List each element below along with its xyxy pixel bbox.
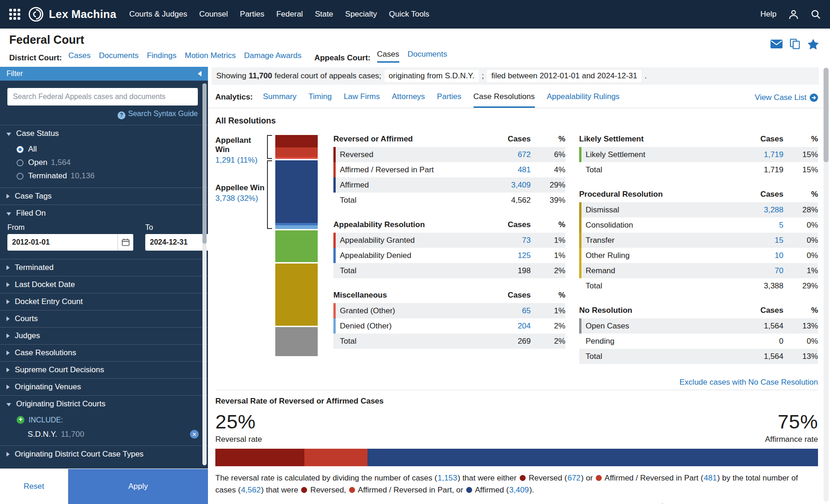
row-cases-link[interactable]: 481 bbox=[487, 165, 531, 175]
row-cases-link[interactable]: 15 bbox=[740, 236, 783, 245]
sidebar-section-case-resolutions[interactable]: Case Resolutions bbox=[0, 344, 208, 361]
analytics-tab-appealability-rulings[interactable]: Appealability Rulings bbox=[547, 92, 620, 108]
row-cases-link[interactable]: 204 bbox=[487, 322, 531, 331]
case-status-option-open[interactable]: Open1,564 bbox=[17, 156, 208, 170]
bar-segment-affirmed[interactable] bbox=[275, 160, 318, 223]
search-syntax-guide-link[interactable]: ?Search Syntax Guide bbox=[118, 110, 198, 117]
bar-segment-procedural-resolution[interactable] bbox=[275, 264, 318, 326]
row-cases-link[interactable]: 70 bbox=[740, 266, 783, 275]
analytics-tab-timing[interactable]: Timing bbox=[308, 92, 332, 108]
explanation-count-link[interactable]: 1,153 bbox=[438, 474, 457, 482]
explanation-count-link[interactable]: 4,562 bbox=[241, 486, 261, 494]
sidebar-section-terminated[interactable]: Terminated bbox=[0, 259, 208, 276]
chevron-right-icon bbox=[6, 368, 10, 372]
row-cases-link[interactable]: 3,288 bbox=[740, 205, 783, 215]
from-date-input[interactable] bbox=[7, 238, 118, 246]
lex-machina-logo-icon[interactable] bbox=[28, 6, 44, 23]
nav-item-federal[interactable]: Federal bbox=[276, 10, 303, 19]
row-cases-link[interactable]: 10 bbox=[740, 251, 783, 260]
sidebar-section-judges[interactable]: Judges bbox=[0, 327, 208, 344]
sidebar-section-filed-on[interactable]: Filed On bbox=[0, 205, 208, 222]
bar-segment-affirmed-reversed-in-part[interactable] bbox=[275, 147, 318, 156]
reset-button[interactable]: Reset bbox=[0, 469, 68, 504]
district-link-motion-metrics[interactable]: Motion Metrics bbox=[185, 51, 236, 63]
sidebar-scrollbar[interactable] bbox=[202, 83, 207, 465]
filter-chip-filed[interactable]: filed between 2012-01-01 and 2024-12-31 bbox=[487, 70, 641, 82]
row-cases-link[interactable]: 1,719 bbox=[740, 150, 783, 159]
remove-filter-icon[interactable]: ✕ bbox=[190, 430, 199, 439]
analytics-tab-law-firms[interactable]: Law Firms bbox=[344, 92, 379, 108]
appeals-link-cases[interactable]: Cases bbox=[377, 50, 399, 63]
table-header: No ResolutionCases% bbox=[579, 304, 818, 318]
appellee-win-value-link[interactable]: 3,738 (32%) bbox=[215, 194, 266, 203]
sidebar-section-originating-venues[interactable]: Originating Venues bbox=[0, 378, 208, 395]
row-cases-link[interactable]: 5 bbox=[740, 221, 783, 230]
user-icon[interactable] bbox=[788, 9, 799, 19]
explanation-count-link[interactable]: 481 bbox=[704, 474, 717, 482]
case-status-option-terminated[interactable]: Terminated10,136 bbox=[17, 170, 208, 183]
district-link-cases[interactable]: Cases bbox=[68, 51, 90, 63]
radio-icon-all[interactable] bbox=[17, 146, 24, 153]
appeals-link-documents[interactable]: Documents bbox=[408, 50, 447, 63]
analytics-tab-summary[interactable]: Summary bbox=[263, 92, 296, 108]
apply-button[interactable]: Apply bbox=[68, 469, 208, 504]
analytics-tab-case-resolutions[interactable]: Case Resolutions bbox=[474, 92, 535, 108]
district-link-documents[interactable]: Documents bbox=[99, 51, 138, 63]
reversal-bar-segment-affirmed[interactable] bbox=[368, 449, 818, 466]
sidebar-section-courts[interactable]: Courts bbox=[0, 310, 208, 327]
include-plus-icon[interactable]: + bbox=[17, 416, 24, 424]
calendar-icon[interactable] bbox=[118, 234, 133, 251]
reversal-bar-segment-affirmed-reversed-in-part[interactable] bbox=[304, 449, 368, 466]
filter-search-input[interactable] bbox=[7, 88, 198, 105]
reversal-bar-segment-reversed[interactable] bbox=[215, 449, 304, 466]
radio-icon-open[interactable] bbox=[17, 159, 24, 166]
analytics-tab-parties[interactable]: Parties bbox=[437, 92, 462, 108]
col-header-cases: Cases bbox=[740, 306, 783, 315]
row-cases-link[interactable]: 65 bbox=[487, 306, 531, 316]
collapse-sidebar-icon[interactable] bbox=[198, 71, 202, 76]
explanation-count-link[interactable]: 3,409 bbox=[509, 486, 529, 494]
from-label: From bbox=[7, 223, 133, 232]
sidebar-scrollbar-thumb[interactable] bbox=[202, 83, 207, 244]
sidebar-section-case-status[interactable]: Case Status bbox=[0, 125, 208, 142]
row-cases-link[interactable]: 3,409 bbox=[487, 181, 531, 190]
district-link-findings[interactable]: Findings bbox=[147, 51, 176, 63]
sidebar-section-originating-district-court-case-types[interactable]: Originating District Court Case Types bbox=[0, 445, 208, 463]
help-link[interactable]: Help bbox=[760, 10, 777, 19]
sidebar-section-last-docket-date[interactable]: Last Docket Date bbox=[0, 276, 208, 293]
sidebar-section-supreme-court-decisions[interactable]: Supreme Court Decisions bbox=[0, 361, 208, 378]
row-cases-link[interactable]: 125 bbox=[487, 251, 531, 260]
star-icon[interactable] bbox=[807, 39, 819, 49]
radio-icon-terminated[interactable] bbox=[17, 173, 24, 180]
email-icon[interactable] bbox=[771, 40, 783, 48]
exclude-no-resolution-link[interactable]: Exclude cases with No Case Resolution bbox=[680, 378, 818, 387]
bar-segment-likely-settlement[interactable] bbox=[275, 230, 318, 262]
district-link-damage-awards[interactable]: Damage Awards bbox=[244, 51, 301, 63]
view-case-list-link[interactable]: View Case List bbox=[755, 93, 818, 108]
bar-segment-reversed[interactable] bbox=[275, 135, 318, 147]
main-scrollbar-thumb[interactable] bbox=[824, 68, 829, 162]
main-scrollbar[interactable] bbox=[824, 68, 829, 502]
app-grid-icon[interactable] bbox=[9, 9, 20, 20]
nav-item-courts-judges[interactable]: Courts & Judges bbox=[129, 10, 187, 19]
appellant-win-value-link[interactable]: 1,291 (11%) bbox=[215, 156, 266, 165]
document-icon[interactable] bbox=[790, 39, 800, 49]
nav-item-specialty[interactable]: Specialty bbox=[345, 10, 377, 19]
case-status-option-all[interactable]: All bbox=[17, 143, 208, 156]
bar-segment-denied-other[interactable] bbox=[275, 225, 318, 229]
sidebar-section-originating-district-courts[interactable]: Originating District Courts bbox=[0, 395, 208, 412]
row-cases-link[interactable]: 672 bbox=[487, 150, 531, 159]
sidebar-section-case-tags[interactable]: Case Tags bbox=[0, 188, 208, 205]
nav-item-quick-tools[interactable]: Quick Tools bbox=[389, 10, 430, 19]
analytics-tab-attorneys[interactable]: Attorneys bbox=[392, 92, 425, 108]
nav-item-parties[interactable]: Parties bbox=[240, 10, 264, 19]
bar-segment-no-resolution[interactable] bbox=[275, 327, 318, 356]
brand-name[interactable]: Lex Machina bbox=[49, 8, 116, 21]
nav-item-state[interactable]: State bbox=[315, 10, 333, 19]
sidebar-section-docket-entry-count[interactable]: Docket Entry Count bbox=[0, 293, 208, 310]
row-cases-link[interactable]: 73 bbox=[487, 236, 531, 245]
nav-item-counsel[interactable]: Counsel bbox=[199, 10, 228, 19]
explanation-count-link[interactable]: 672 bbox=[568, 474, 581, 482]
search-icon[interactable] bbox=[811, 9, 821, 19]
filter-chip-originating[interactable]: originating from S.D.N.Y. bbox=[385, 70, 479, 82]
